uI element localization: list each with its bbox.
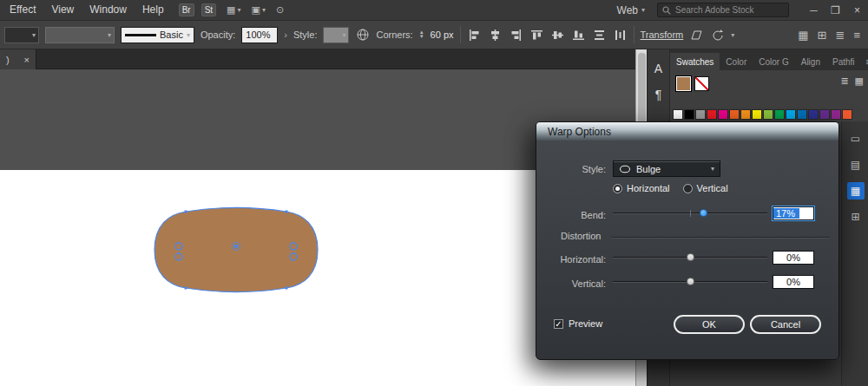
libraries-panel-icon[interactable]: ▦ bbox=[847, 182, 865, 200]
swatch[interactable] bbox=[808, 109, 819, 120]
opacity-label[interactable]: Opacity: bbox=[201, 29, 235, 40]
tab-color[interactable]: Color bbox=[720, 53, 753, 70]
distribute-vertical-icon[interactable] bbox=[592, 28, 607, 43]
close-tab-icon[interactable]: × bbox=[24, 55, 30, 65]
warp-style-dropdown[interactable]: Bulge ▾ bbox=[613, 160, 720, 177]
dialog-title-bar[interactable]: Warp Options bbox=[536, 122, 838, 141]
panel-menu-icon[interactable]: ≡ bbox=[853, 29, 860, 42]
workspace-switcher[interactable]: Web ▾ bbox=[617, 4, 645, 16]
isolate-icon[interactable]: ⊞ bbox=[818, 29, 827, 42]
fill-preview-dropdown[interactable]: ▾ bbox=[45, 27, 115, 43]
document-tab-label: ) bbox=[6, 55, 10, 65]
swatch[interactable] bbox=[684, 109, 694, 120]
swatch[interactable] bbox=[740, 109, 751, 120]
swatch[interactable] bbox=[718, 109, 728, 120]
align-top-icon[interactable] bbox=[529, 28, 544, 43]
swatch[interactable] bbox=[752, 109, 762, 120]
menu-window[interactable]: Window bbox=[82, 0, 135, 20]
distortion-horizontal-label: Horizontal: bbox=[536, 254, 606, 265]
rotate-icon[interactable] bbox=[710, 28, 725, 43]
align-right-icon[interactable] bbox=[509, 28, 523, 43]
brush-definition-dropdown[interactable]: Basic ▾ bbox=[121, 27, 194, 43]
expand-arrow-icon[interactable]: › bbox=[284, 29, 287, 40]
stock-icon[interactable]: St bbox=[201, 3, 216, 16]
swatch[interactable] bbox=[774, 109, 785, 120]
minimize-button[interactable]: ─ bbox=[803, 0, 825, 21]
asset-export-panel-icon[interactable]: ⊞ bbox=[847, 208, 865, 226]
layers-panel-icon[interactable]: ▤ bbox=[847, 156, 865, 173]
horizontal-distortion-slider[interactable] bbox=[613, 251, 767, 265]
swatch[interactable] bbox=[842, 109, 852, 120]
bridge-icon[interactable]: Br bbox=[179, 3, 194, 16]
control-bar: ▾ ▾ Basic ▾ Opacity: 100% › Style: ▾ Cor… bbox=[0, 21, 868, 49]
align-horizontal-center-icon[interactable] bbox=[488, 28, 503, 43]
align-vertical-center-icon[interactable] bbox=[550, 28, 565, 43]
chevron-down-icon[interactable]: ▾ bbox=[731, 31, 734, 39]
bend-value-field[interactable]: 17% bbox=[773, 206, 814, 220]
shear-icon[interactable] bbox=[689, 28, 704, 43]
menu-effect[interactable]: Effect bbox=[2, 0, 43, 20]
opacity-value-dropdown[interactable]: 100% bbox=[241, 27, 278, 43]
tab-align[interactable]: Align bbox=[795, 53, 826, 70]
menu-help[interactable]: Help bbox=[135, 0, 172, 20]
preview-checkbox[interactable]: ✓ bbox=[554, 319, 563, 329]
character-panel-icon[interactable]: A bbox=[648, 62, 669, 75]
swatch[interactable] bbox=[673, 109, 683, 120]
none-swatch[interactable] bbox=[694, 76, 709, 91]
divider bbox=[460, 26, 461, 43]
bend-slider[interactable] bbox=[613, 206, 767, 220]
align-bottom-icon[interactable] bbox=[571, 28, 586, 43]
current-fill-swatch[interactable] bbox=[676, 76, 691, 91]
vertical-distortion-field[interactable]: 0% bbox=[773, 275, 814, 289]
cancel-button[interactable]: Cancel bbox=[750, 315, 821, 334]
panel-menu-icon[interactable]: ≡ bbox=[861, 56, 868, 70]
arrange-documents-icon[interactable]: ▦▾ bbox=[227, 4, 240, 16]
horizontal-radio[interactable]: Horizontal bbox=[613, 183, 670, 193]
transform-link[interactable]: Transform bbox=[641, 29, 684, 40]
ok-button[interactable]: OK bbox=[674, 315, 745, 334]
swatch[interactable] bbox=[797, 109, 807, 120]
graphic-style-dropdown[interactable]: ▾ bbox=[323, 27, 349, 43]
document-tab[interactable]: ) × bbox=[0, 49, 36, 69]
document-setup-globe-icon[interactable] bbox=[355, 28, 370, 43]
gpu-performance-icon[interactable]: ⊙ bbox=[276, 4, 284, 16]
vertical-distortion-slider[interactable] bbox=[613, 275, 767, 289]
swatch[interactable] bbox=[729, 109, 740, 120]
distribute-horizontal-icon[interactable] bbox=[613, 28, 628, 43]
swatch[interactable] bbox=[831, 109, 841, 120]
swatch[interactable] bbox=[707, 109, 717, 120]
paragraph-panel-icon[interactable]: ¶ bbox=[648, 88, 669, 101]
preview-checkbox-row[interactable]: ✓ Preview bbox=[554, 318, 602, 329]
list-view-icon[interactable]: ≣ bbox=[840, 75, 848, 87]
tab-pathfinder[interactable]: Pathfi bbox=[826, 53, 861, 70]
horizontal-radio-label: Horizontal bbox=[627, 183, 670, 193]
swatch[interactable] bbox=[819, 109, 830, 120]
stacking-icon[interactable]: ≣ bbox=[836, 29, 845, 42]
corners-value[interactable]: 60 px bbox=[431, 29, 454, 40]
horizontal-distortion-field[interactable]: 0% bbox=[773, 251, 814, 265]
tab-swatches[interactable]: Swatches bbox=[670, 53, 720, 70]
vertical-radio[interactable]: Vertical bbox=[683, 183, 728, 193]
swatch[interactable] bbox=[786, 109, 796, 120]
swatch[interactable] bbox=[763, 109, 773, 120]
tab-color-guide[interactable]: Color G bbox=[753, 53, 794, 70]
restore-button[interactable]: ❐ bbox=[825, 0, 846, 21]
screen-mode-icon[interactable]: ▣▾ bbox=[252, 4, 266, 16]
grid-view-icon[interactable]: ▦ bbox=[855, 75, 864, 87]
radio-unselected-icon bbox=[683, 184, 693, 193]
bend-slider-handle[interactable] bbox=[700, 209, 707, 217]
corners-label[interactable]: Corners: bbox=[376, 29, 412, 40]
align-left-icon[interactable] bbox=[467, 28, 482, 43]
corners-stepper[interactable]: ▲▼ bbox=[419, 30, 424, 39]
swatch[interactable] bbox=[695, 109, 706, 120]
search-input[interactable]: Search Adobe Stock bbox=[657, 3, 789, 17]
artboards-panel-icon[interactable]: ▭ bbox=[847, 130, 865, 147]
vertical-distortion-handle[interactable] bbox=[687, 278, 694, 285]
shape-grid-icon[interactable]: ▦ bbox=[798, 29, 808, 42]
selected-bulge-shape[interactable] bbox=[148, 203, 325, 297]
close-button[interactable]: × bbox=[846, 0, 868, 21]
bulge-icon bbox=[619, 165, 631, 173]
horizontal-distortion-handle[interactable] bbox=[687, 253, 694, 261]
variable-width-dropdown[interactable]: ▾ bbox=[4, 27, 39, 43]
menu-view[interactable]: View bbox=[43, 0, 82, 20]
